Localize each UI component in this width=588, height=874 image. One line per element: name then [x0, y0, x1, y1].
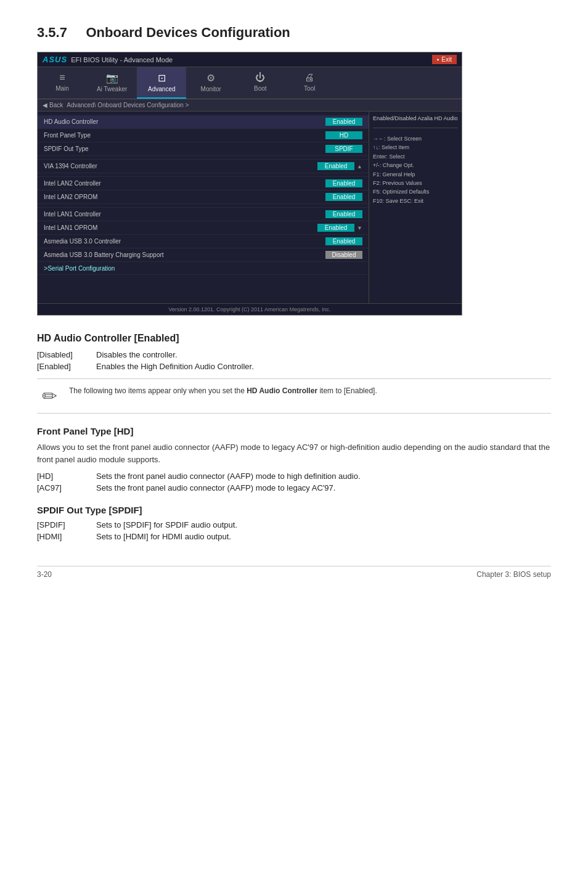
bios-nav: ≡ Main 📷 Ai Tweaker ⊡ Advanced ⚙ Monitor… [38, 67, 462, 99]
doc-front-panel-key-ac97: [AC97] [37, 483, 86, 492]
setting-intel-lan2-ctrl[interactable]: Intel LAN2 Controller Enabled [38, 177, 369, 190]
hint-f1: F1: General Help [373, 170, 458, 179]
hint-select-item: ↑↓: Select Item [373, 143, 458, 152]
setting-intel-lan1-oprom-label: Intel LAN1 OPROM [44, 224, 317, 231]
tab-boot-label: Boot [254, 85, 267, 92]
back-arrow-icon: ◀ [43, 102, 47, 108]
setting-spdif-value: SPDIF [325, 145, 362, 153]
setting-via1394[interactable]: VIA 1394 Controller Enabled ▲ [38, 160, 369, 173]
setting-serial-port[interactable]: Serial Port Configuration [38, 262, 369, 275]
monitor-icon: ⚙ [206, 72, 215, 84]
bios-version-text: Version 2.00.1201. Copyright (C) 2011 Am… [168, 306, 330, 312]
setting-asmedia-battery-value: Disabled [325, 251, 362, 259]
doc-front-panel-table: [HD] Sets the front panel audio connecto… [37, 472, 551, 492]
hint-enter: Enter: Select [373, 152, 458, 161]
tab-tool-label: Tool [304, 85, 315, 92]
setting-intel-lan1-ctrl[interactable]: Intel LAN1 Controller Enabled [38, 208, 369, 221]
hint-f10-esc: F10: Save ESC: Exit [373, 197, 458, 205]
tab-main-label: Main [55, 85, 69, 92]
settings-bottom-space [38, 275, 369, 300]
main-icon: ≡ [59, 72, 65, 83]
bios-breadcrumb: ◀ Back Advanced\ Onboard Devices Configu… [38, 99, 462, 112]
doc-spdif-section: SPDIF Out Type [SPDIF] [SPDIF] Sets to [… [37, 505, 551, 541]
setting-asmedia-battery[interactable]: Asmedia USB 3.0 Battery Charging Support… [38, 248, 369, 262]
setting-intel-lan1-oprom-value: Enabled [317, 224, 354, 232]
doc-hd-audio-table: [Disabled] Disables the controller. [Ena… [37, 350, 551, 371]
doc-spdif-key-hdmi: [HDMI] [37, 532, 86, 541]
setting-serial-port-label: Serial Port Configuration [47, 265, 362, 272]
key-hints: →←: Select Screen ↑↓: Select Item Enter:… [373, 134, 458, 205]
setting-asmedia-usb30[interactable]: Asmedia USB 3.0 Controller Enabled [38, 235, 369, 248]
bios-window: ASUS EFI BIOS Utility - Advanced Mode ▪ … [37, 52, 462, 316]
breadcrumb-path: Advanced\ Onboard Devices Configuration … [67, 102, 189, 108]
tab-main[interactable]: ≡ Main [38, 67, 87, 99]
tab-monitor-label: Monitor [201, 86, 221, 92]
setting-front-panel[interactable]: Front Panel Type HD [38, 129, 369, 142]
note-icon: ✏ [37, 385, 62, 407]
back-label: Back [49, 102, 63, 108]
doc-hd-audio-heading: HD Audio Controller [Enabled] [37, 333, 551, 344]
setting-hd-audio-value: Enabled [325, 118, 362, 126]
setting-intel-lan2-ctrl-label: Intel LAN2 Controller [44, 180, 325, 187]
exit-button[interactable]: ▪ Exit [432, 55, 457, 64]
setting-asmedia-usb30-label: Asmedia USB 3.0 Controller [44, 238, 325, 245]
doc-spdif-row-hdmi: [HDMI] Sets to [HDMI] for HDMI audio out… [37, 532, 551, 541]
tab-advanced-label: Advanced [148, 86, 175, 92]
exit-icon: ▪ [437, 56, 439, 63]
doc-spdif-val-hdmi: Sets to [HDMI] for HDMI audio output. [96, 532, 551, 541]
back-button[interactable]: ◀ Back [43, 102, 63, 108]
doc-front-panel-key-hd: [HD] [37, 472, 86, 481]
bios-version-bar: Version 2.00.1201. Copyright (C) 2011 Am… [38, 303, 462, 315]
setting-front-panel-label: Front Panel Type [44, 132, 325, 139]
tab-tool[interactable]: 🖨 Tool [285, 67, 334, 99]
footer-chapter: Chapter 3: BIOS setup [476, 570, 551, 579]
boot-icon: ⏻ [255, 72, 265, 83]
doc-hd-audio-row-disabled: [Disabled] Disables the controller. [37, 350, 551, 359]
setting-front-panel-value: HD [325, 131, 362, 139]
doc-spdif-key-spdif: [SPDIF] [37, 520, 86, 529]
tab-monitor[interactable]: ⚙ Monitor [186, 67, 235, 99]
asus-logo-text: ASUS [43, 55, 67, 64]
setting-intel-lan1-ctrl-label: Intel LAN1 Controller [44, 211, 325, 218]
section-number: 3.5.7 [37, 25, 67, 40]
setting-asmedia-battery-label: Asmedia USB 3.0 Battery Charging Support [44, 251, 325, 258]
bios-topbar: ASUS EFI BIOS Utility - Advanced Mode ▪ … [38, 52, 462, 67]
doc-spdif-heading: SPDIF Out Type [SPDIF] [37, 505, 551, 515]
doc-front-panel-paragraph: Allows you to set the front panel audio … [37, 441, 551, 465]
setting-intel-lan2-oprom[interactable]: Intel LAN2 OPROM Enabled [38, 190, 369, 204]
section-heading: 3.5.7 Onboard Devices Configuration [37, 25, 551, 41]
tab-boot[interactable]: ⏻ Boot [235, 67, 285, 99]
setting-spdif[interactable]: SPDIF Out Type SPDIF [38, 142, 369, 156]
tool-icon: 🖨 [304, 72, 314, 83]
setting-intel-lan1-ctrl-value: Enabled [325, 210, 362, 218]
doc-spdif-row-spdif: [SPDIF] Sets to [SPDIF] for SPDIF audio … [37, 520, 551, 529]
doc-hd-audio-val-enabled: Enables the High Definition Audio Contro… [96, 362, 551, 371]
setting-intel-lan1-oprom[interactable]: Intel LAN1 OPROM Enabled ▼ [38, 221, 369, 235]
setting-intel-lan2-oprom-label: Intel LAN2 OPROM [44, 194, 325, 200]
hint-change-opt: +/-: Change Opt. [373, 161, 458, 169]
setting-via1394-label: VIA 1394 Controller [44, 163, 317, 169]
setting-via1394-value: Enabled [317, 162, 354, 170]
tab-ai-tweaker[interactable]: 📷 Ai Tweaker [87, 67, 137, 99]
hint-f2: F2: Previous Values [373, 179, 458, 187]
doc-front-panel-section: Front Panel Type [HD] Allows you to set … [37, 426, 551, 492]
tab-advanced[interactable]: ⊡ Advanced [137, 67, 186, 99]
doc-front-panel-heading: Front Panel Type [HD] [37, 426, 551, 436]
footer-page-number: 3-20 [37, 570, 52, 579]
bios-logo: ASUS EFI BIOS Utility - Advanced Mode [43, 55, 173, 64]
hint-select-screen: →←: Select Screen [373, 134, 458, 143]
doc-front-panel-val-ac97: Sets the front panel audio connector (AA… [96, 483, 551, 492]
bios-mode-text: EFI BIOS Utility - Advanced Mode [71, 56, 173, 63]
setting-intel-lan2-oprom-value: Enabled [325, 193, 362, 201]
doc-hd-audio-key-disabled: [Disabled] [37, 350, 86, 359]
setting-spdif-label: SPDIF Out Type [44, 145, 325, 152]
ai-tweaker-icon: 📷 [106, 72, 118, 84]
setting-hd-audio[interactable]: HD Audio Controller Enabled [38, 115, 369, 129]
bios-main-content: HD Audio Controller Enabled Front Panel … [38, 112, 462, 303]
exit-label: Exit [441, 56, 452, 63]
doc-hd-audio-key-enabled: [Enabled] [37, 362, 86, 371]
setting-intel-lan2-ctrl-value: Enabled [325, 179, 362, 187]
doc-front-panel-val-hd: Sets the front panel audio connector (AA… [96, 472, 551, 481]
hint-f5: F5: Optimized Defaults [373, 187, 458, 196]
note-text: The following two items appear only when… [69, 385, 377, 396]
